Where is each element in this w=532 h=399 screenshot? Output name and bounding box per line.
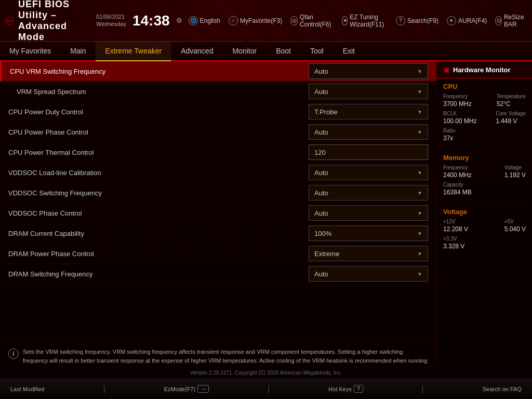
settings-row-cpu-power-phase[interactable]: CPU Power Phase Control Auto ▼	[0, 122, 436, 142]
dropdown-dram-current[interactable]: 100% ▼	[309, 225, 428, 241]
dropdown-arrow-vrm-spread-spectrum: ▼	[417, 89, 422, 95]
hw-label-cpu-0-1: Temperature	[497, 94, 526, 99]
settings-row-dram-current[interactable]: DRAM Current Capability 100% ▼	[0, 223, 436, 244]
row-label-vrm-switching-freq: CPU VRM Switching Frequency	[10, 68, 309, 75]
nav-item-tool[interactable]: Tool	[301, 42, 334, 60]
last-modified-button[interactable]: Last Modified	[10, 386, 44, 392]
fan-icon: ◎	[290, 16, 298, 25]
resize-bar-button[interactable]: ⊡ ReSize BAR	[495, 14, 527, 28]
myfavorite-button[interactable]: ☆ MyFavorite(F3)	[229, 16, 282, 25]
row-label-vddsoc-switching-freq: VDDSOC Switching Frequency	[8, 189, 309, 197]
row-control-vrm-switching-freq[interactable]: Auto ▼	[309, 63, 428, 79]
dropdown-dram-power-phase[interactable]: Extreme ▼	[309, 246, 428, 261]
datetime-bar: 01/06/2021 Wednesday 14:38 ⚙ 🌐 English ☆…	[96, 14, 527, 28]
dropdown-dram-switching-freq[interactable]: Auto ▼	[309, 266, 428, 282]
nav-item-advanced[interactable]: Advanced	[171, 42, 223, 60]
dropdown-arrow-vddsoc-phase: ▼	[417, 210, 422, 216]
divider-3: |	[422, 384, 424, 394]
navbar: My FavoritesMainExtreme TweakerAdvancedM…	[0, 42, 532, 61]
hot-keys-button[interactable]: Hot Keys ?	[328, 385, 363, 393]
nav-item-my-favorites[interactable]: My Favorites	[0, 42, 61, 60]
monitor-icon: ▣	[443, 65, 450, 74]
hw-col-voltage-1-0: +3.3V3.328 V	[443, 236, 464, 250]
hw-label-memory-0-0: Frequency	[443, 165, 472, 170]
row-control-cpu-power-duty[interactable]: T.Probe ▼	[309, 104, 428, 119]
hw-section-memory: MemoryFrequency2400 MHzVoltage1.192 VCap…	[437, 150, 532, 203]
row-control-vddsoc-switching-freq[interactable]: Auto ▼	[309, 185, 428, 201]
row-label-cpu-power-phase: CPU Power Phase Control	[8, 128, 309, 136]
row-control-cpu-power-thermal[interactable]	[309, 144, 428, 160]
dropdown-cpu-power-phase[interactable]: Auto ▼	[309, 124, 428, 140]
hw-section-title-voltage: Voltage	[443, 208, 526, 216]
hw-label-cpu-0-0: Frequency	[443, 94, 472, 99]
dropdown-arrow-dram-switching-freq: ▼	[417, 271, 422, 277]
settings-row-dram-power-phase[interactable]: DRAM Power Phase Control Extreme ▼	[0, 244, 436, 264]
row-control-vddsoc-phase[interactable]: Auto ▼	[309, 205, 428, 221]
hw-row-cpu-1: BCLK100.00 MHzCore Voltage1.449 V	[443, 111, 526, 125]
nav-item-exit[interactable]: Exit	[334, 42, 365, 60]
input-cpu-power-thermal[interactable]	[309, 144, 428, 160]
settings-row-cpu-power-thermal[interactable]: CPU Power Thermal Control	[0, 142, 436, 163]
logo-area: ROG UEFI BIOS Utility – Advanced Mode	[5, 0, 86, 43]
settings-icon[interactable]: ⚙	[176, 17, 182, 24]
search-faq-button[interactable]: Search on FAQ	[483, 386, 522, 392]
row-label-dram-power-phase: DRAM Power Phase Control	[8, 250, 309, 258]
row-control-vddsoc-load-line[interactable]: Auto ▼	[309, 165, 428, 180]
aura-button[interactable]: ☀ AURA(F4)	[447, 16, 487, 25]
nav-item-monitor[interactable]: Monitor	[223, 42, 267, 60]
nav-item-main[interactable]: Main	[61, 42, 96, 60]
hw-label-memory-1-0: Capacity	[443, 182, 472, 188]
row-control-dram-current[interactable]: 100% ▼	[309, 225, 428, 241]
settings-row-vrm-switching-freq[interactable]: CPU VRM Switching Frequency Auto ▼	[0, 61, 436, 82]
hw-label-cpu-1-0: BCLK	[443, 111, 477, 116]
globe-icon: 🌐	[189, 16, 198, 25]
right-panel: ▣ Hardware Monitor CPUFrequency3700 MHzT…	[436, 61, 532, 399]
hw-row-cpu-2: Ratio37x	[443, 128, 526, 142]
hw-value-cpu-1-0: 100.00 MHz	[443, 117, 477, 125]
hw-label-memory-0-1: Voltage	[504, 165, 526, 170]
settings-row-vddsoc-switching-freq[interactable]: VDDSOC Switching Frequency Auto ▼	[0, 183, 436, 203]
settings-row-dram-switching-freq[interactable]: DRAM Switching Frequency Auto ▼	[0, 264, 436, 284]
hw-monitor-title: Hardware Monitor	[453, 66, 511, 74]
hw-value-memory-0-1: 1.192 V	[504, 171, 526, 179]
row-control-dram-power-phase[interactable]: Extreme ▼	[309, 246, 428, 261]
hw-col-cpu-0-0: Frequency3700 MHz	[443, 94, 472, 108]
hw-section-cpu: CPUFrequency3700 MHzTemperature52°CBCLK1…	[437, 78, 532, 149]
dropdown-vrm-spread-spectrum[interactable]: Auto ▼	[309, 84, 428, 99]
settings-row-vddsoc-phase[interactable]: VDDSOC Phase Control Auto ▼	[0, 203, 436, 223]
dropdown-vddsoc-load-line[interactable]: Auto ▼	[309, 165, 428, 180]
dropdown-arrow-vrm-switching-freq: ▼	[417, 69, 422, 74]
dropdown-cpu-power-duty[interactable]: T.Probe ▼	[309, 104, 428, 119]
dropdown-arrow-vddsoc-switching-freq: ▼	[417, 190, 422, 196]
wand-icon: ✦	[342, 16, 348, 25]
svg-text:ROG: ROG	[6, 19, 12, 22]
ez-mode-button[interactable]: EzMode(F7) →	[164, 385, 209, 393]
settings-row-vddsoc-load-line[interactable]: VDDSOC Load-line Calibration Auto ▼	[0, 163, 436, 183]
row-control-cpu-power-phase[interactable]: Auto ▼	[309, 124, 428, 140]
settings-row-cpu-power-duty[interactable]: CPU Power Duty Control T.Probe ▼	[0, 102, 436, 122]
dropdown-arrow-cpu-power-phase: ▼	[417, 129, 422, 135]
version-bar: Version 2.20.1271. Copyright (C) 2020 Am…	[0, 367, 532, 378]
search-button[interactable]: ? Search(F9)	[396, 16, 438, 25]
hw-value-memory-0-0: 2400 MHz	[443, 171, 472, 179]
hw-section-title-memory: Memory	[443, 154, 526, 162]
star-icon: ☆	[229, 16, 238, 25]
question-icon: ?	[396, 16, 405, 25]
row-control-vrm-spread-spectrum[interactable]: Auto ▼	[309, 84, 428, 99]
dropdown-vrm-switching-freq[interactable]: Auto ▼	[309, 63, 428, 79]
ez-tuning-button[interactable]: ✦ EZ Tuning Wizard(F11)	[342, 14, 388, 28]
info-icon: i	[8, 349, 19, 359]
settings-row-vrm-spread-spectrum[interactable]: VRM Spread Spectrum Auto ▼	[0, 82, 436, 102]
header: ROG UEFI BIOS Utility – Advanced Mode 01…	[0, 0, 532, 42]
row-label-cpu-power-thermal: CPU Power Thermal Control	[8, 149, 309, 156]
nav-item-extreme-tweaker[interactable]: Extreme Tweaker	[96, 42, 171, 61]
row-control-dram-switching-freq[interactable]: Auto ▼	[309, 266, 428, 282]
nav-item-boot[interactable]: Boot	[267, 42, 301, 60]
header-right: 01/06/2021 Wednesday 14:38 ⚙ 🌐 English ☆…	[96, 14, 527, 28]
dropdown-vddsoc-phase[interactable]: Auto ▼	[309, 205, 428, 221]
dropdown-vddsoc-switching-freq[interactable]: Auto ▼	[309, 185, 428, 201]
hw-col-voltage-0-0: +12V12.208 V	[443, 219, 468, 233]
qfan-button[interactable]: ◎ Qfan Control(F6)	[290, 14, 334, 28]
language-selector[interactable]: 🌐 English	[189, 16, 220, 25]
hw-value-cpu-1-1: 1.449 V	[496, 117, 526, 125]
